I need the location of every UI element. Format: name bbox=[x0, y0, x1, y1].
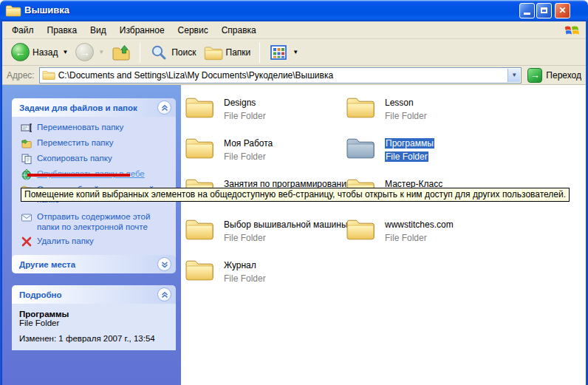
copy-folder-icon bbox=[21, 153, 33, 165]
minimize-icon bbox=[524, 13, 530, 15]
folder-item-lesson[interactable]: Lesson File Folder bbox=[346, 95, 427, 122]
title-bar: Вышивка ✕ bbox=[0, 0, 588, 21]
expand-chevron-icon[interactable] bbox=[157, 257, 171, 271]
folder-icon bbox=[346, 217, 375, 240]
go-arrow-icon: → bbox=[527, 68, 542, 83]
menu-help[interactable]: Справка bbox=[215, 23, 263, 38]
folder-item-programmy-selected[interactable]: Программы File Folder bbox=[346, 135, 434, 163]
details-item-modified: Изменен: 1 февраля 2007 г., 13:54 bbox=[19, 334, 170, 343]
menu-file[interactable]: Файл bbox=[5, 23, 41, 38]
folder-icon bbox=[185, 257, 214, 281]
forward-dropdown-icon[interactable]: ▼ bbox=[98, 49, 104, 55]
task-delete-folder[interactable]: Удалить папку bbox=[21, 236, 171, 248]
red-annotation-underline bbox=[27, 174, 130, 177]
details-body: Программы File Folder Изменен: 1 февраля… bbox=[12, 304, 176, 350]
views-button[interactable]: ▼ bbox=[266, 42, 301, 63]
views-dropdown-icon[interactable]: ▼ bbox=[293, 49, 298, 55]
folder-icon bbox=[185, 217, 214, 240]
window-border-left bbox=[0, 21, 2, 385]
up-button[interactable] bbox=[109, 42, 134, 63]
search-button[interactable]: Поиск bbox=[146, 42, 199, 63]
toolbar-separator bbox=[140, 42, 140, 63]
maximize-icon bbox=[541, 7, 547, 13]
explorer-window: Вышивка ✕ Файл Правка Вид Избранное Серв… bbox=[0, 0, 588, 385]
move-folder-icon bbox=[21, 137, 33, 149]
go-button[interactable]: → Переход bbox=[527, 68, 581, 83]
folder-content-area: Designs File Folder Lesson File Folder М… bbox=[181, 85, 586, 385]
details-header[interactable]: Подробно bbox=[12, 285, 176, 304]
details-item-type: File Folder bbox=[19, 318, 170, 327]
search-icon bbox=[149, 44, 168, 61]
other-places-panel: Другие места bbox=[12, 255, 176, 273]
folder-item-designs[interactable]: Designs File Folder bbox=[185, 95, 266, 122]
rename-icon bbox=[21, 122, 33, 134]
folder-item-zhurnal[interactable]: Журнал File Folder bbox=[185, 257, 266, 285]
task-pane-sidebar: Задачи для файлов и папок Переименовать … bbox=[2, 85, 181, 385]
folders-icon bbox=[204, 44, 223, 61]
file-folder-tasks-panel: Задачи для файлов и папок Переименовать … bbox=[12, 98, 176, 258]
back-icon: ← bbox=[11, 43, 30, 61]
address-label: Адрес: bbox=[7, 70, 35, 81]
folder-item-moya-rabota[interactable]: Моя Работа File Folder bbox=[185, 135, 273, 163]
details-panel: Подробно Программы File Folder Изменен: … bbox=[12, 285, 176, 350]
window-folder-icon bbox=[5, 4, 21, 18]
address-input[interactable]: C:\Documents and Settings\Liza\My Docume… bbox=[39, 67, 522, 84]
menu-view[interactable]: Вид bbox=[83, 23, 113, 38]
toolbar: ← Назад ▼ → ▼ Поиск bbox=[2, 39, 586, 66]
folder-icon-selected bbox=[346, 135, 375, 159]
maximize-button[interactable] bbox=[536, 3, 552, 18]
folder-icon bbox=[346, 95, 375, 118]
views-icon bbox=[269, 44, 288, 61]
address-folder-icon bbox=[42, 69, 55, 81]
back-button[interactable]: ← Назад ▼ bbox=[8, 41, 71, 63]
forward-button[interactable]: → ▼ bbox=[72, 41, 107, 63]
close-button[interactable]: ✕ bbox=[555, 3, 570, 18]
folder-icon bbox=[185, 95, 214, 118]
folder-icon bbox=[185, 135, 214, 159]
address-bar: Адрес: C:\Documents and Settings\Liza\My… bbox=[2, 66, 586, 85]
forward-icon: → bbox=[75, 43, 94, 61]
windows-logo-icon bbox=[562, 22, 581, 38]
collapse-chevron-icon[interactable] bbox=[157, 100, 171, 115]
window-title: Вышивка bbox=[24, 4, 69, 16]
menu-bar: Файл Правка Вид Избранное Сервис Справка bbox=[2, 21, 586, 39]
menu-favorites[interactable]: Избранное bbox=[113, 23, 171, 38]
back-dropdown-icon[interactable]: ▼ bbox=[62, 49, 68, 55]
menu-tools[interactable]: Сервис bbox=[171, 23, 215, 38]
address-path: C:\Documents and Settings\Liza\My Docume… bbox=[58, 70, 333, 81]
folder-item-wwwstitches[interactable]: wwwstitches.com File Folder bbox=[346, 217, 454, 244]
task-email-folder[interactable]: Отправить содержимое этой папки по элект… bbox=[21, 211, 171, 232]
collapse-chevron-icon[interactable] bbox=[157, 287, 171, 301]
menu-edit[interactable]: Правка bbox=[41, 23, 84, 38]
tasks-panel-header[interactable]: Задачи для файлов и папок bbox=[12, 98, 176, 117]
folder-item-vybor-mashiny[interactable]: Выбор вышивальной машины File Folder bbox=[185, 217, 348, 244]
email-icon bbox=[21, 211, 33, 223]
delete-icon bbox=[21, 236, 33, 248]
folders-button[interactable]: Папки bbox=[201, 42, 254, 63]
up-folder-icon bbox=[112, 44, 131, 61]
minimize-button[interactable] bbox=[519, 3, 535, 18]
details-item-name: Программы bbox=[19, 310, 170, 318]
task-copy-folder[interactable]: Скопировать папку bbox=[21, 153, 171, 165]
other-places-header[interactable]: Другие места bbox=[12, 255, 176, 273]
task-move-folder[interactable]: Переместить папку bbox=[21, 137, 171, 149]
address-dropdown-icon[interactable]: ▼ bbox=[507, 69, 520, 82]
task-rename-folder[interactable]: Переименовать папку bbox=[21, 122, 171, 134]
publish-tooltip: Помещение копий выбранных элементов на о… bbox=[21, 188, 570, 202]
toolbar-separator bbox=[259, 42, 260, 63]
